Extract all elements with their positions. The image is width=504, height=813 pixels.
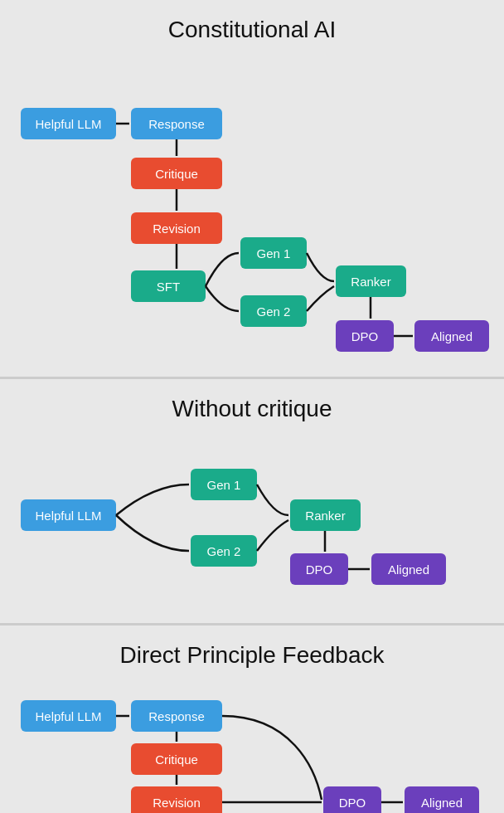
diagram-direct-principle-feedback: Helpful LLM Response Critique Revision D… [8, 684, 496, 813]
node-critique-1: Critique [131, 158, 222, 189]
node-response-3: Response [131, 700, 222, 732]
node-helpful-llm-2: Helpful LLM [21, 499, 116, 531]
node-critique-3: Critique [131, 743, 222, 775]
section-constitutional-ai: Constitutional AI Helpful LLM Response C… [0, 0, 504, 379]
section-without-critique: Without critique Helpful LLM Gen 1 Gen 2… [0, 379, 504, 626]
node-helpful-llm-3: Helpful LLM [21, 700, 116, 732]
diagram-constitutional-ai: Helpful LLM Response Critique Revision S… [8, 58, 496, 357]
title-constitutional-ai: Constitutional AI [8, 17, 496, 43]
node-ranker-2: Ranker [290, 499, 361, 531]
section-direct-principle-feedback: Direct Principle Feedback Helpful LLM Re… [0, 626, 504, 813]
node-helpful-llm-1: Helpful LLM [21, 108, 116, 139]
node-gen2-2: Gen 2 [191, 535, 257, 567]
node-ranker-1: Ranker [336, 265, 406, 297]
node-aligned-3: Aligned [405, 786, 479, 813]
node-dpo-3: DPO [323, 786, 381, 813]
node-revision-1: Revision [131, 212, 222, 244]
node-response-1: Response [131, 108, 222, 139]
diagram-without-critique: Helpful LLM Gen 1 Gen 2 Ranker DPO Align… [8, 437, 496, 603]
node-revision-3: Revision [131, 786, 222, 813]
node-sft-1: SFT [131, 270, 206, 302]
title-without-critique: Without critique [8, 396, 496, 422]
node-gen2-1: Gen 2 [240, 295, 307, 327]
node-gen1-2: Gen 1 [191, 469, 257, 500]
title-direct-principle-feedback: Direct Principle Feedback [8, 642, 496, 669]
node-gen1-1: Gen 1 [240, 237, 307, 269]
node-aligned-2: Aligned [371, 553, 446, 585]
node-dpo-2: DPO [290, 553, 348, 585]
node-aligned-1: Aligned [414, 320, 489, 352]
node-dpo-1: DPO [336, 320, 394, 352]
